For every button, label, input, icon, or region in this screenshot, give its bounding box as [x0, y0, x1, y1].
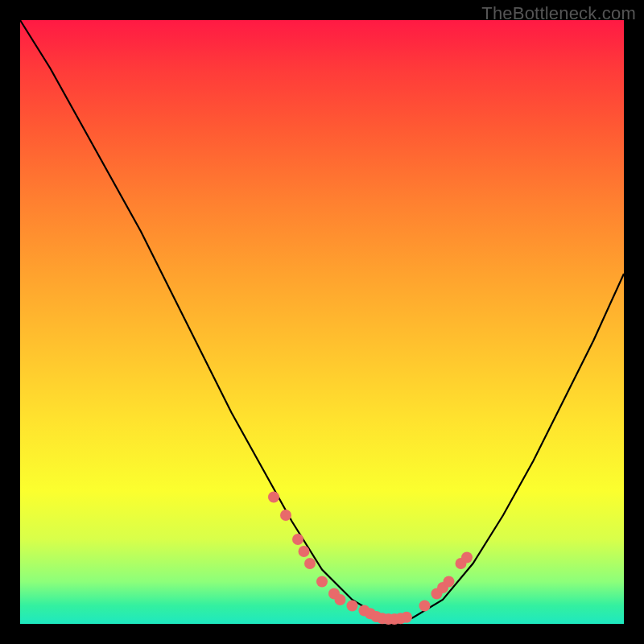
plot-area: [20, 20, 624, 624]
sample-point: [419, 601, 431, 612]
sample-point: [461, 552, 473, 564]
sample-point: [299, 546, 310, 557]
sample-point: [347, 601, 358, 612]
sample-point: [335, 594, 346, 605]
sample-point: [444, 576, 455, 588]
chart-svg: [20, 20, 624, 624]
sample-point: [280, 510, 291, 521]
chart-frame: TheBottleneck.com: [0, 0, 644, 644]
sample-markers: [268, 492, 473, 625]
sample-point: [268, 492, 279, 503]
watermark-text: TheBottleneck.com: [481, 3, 636, 24]
bottleneck-curve: [20, 20, 624, 624]
sample-point: [316, 576, 328, 588]
sample-point: [401, 612, 412, 623]
sample-point: [304, 558, 316, 569]
sample-point: [292, 534, 303, 545]
